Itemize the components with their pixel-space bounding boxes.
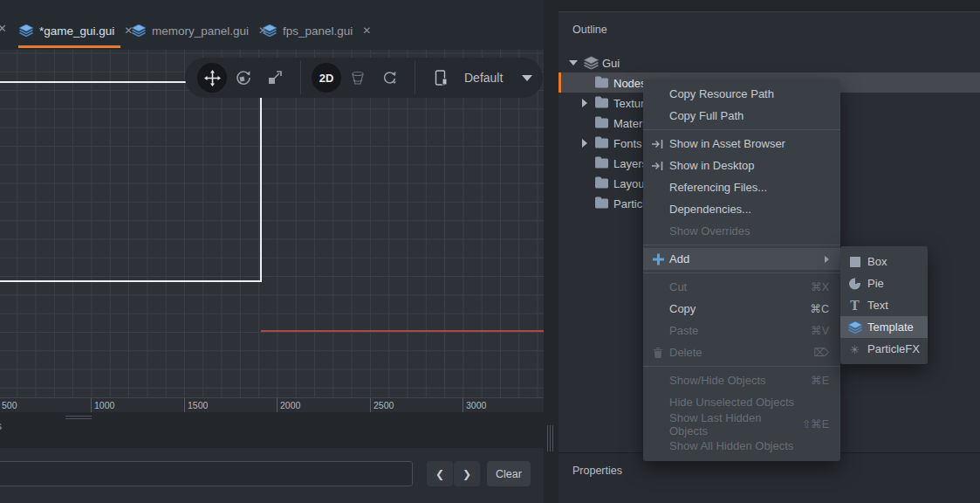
arrow-into-bar-icon: [650, 139, 666, 149]
menu-item-copy-full-path[interactable]: Copy Full Path: [643, 105, 840, 127]
pane-gap: s: [0, 412, 544, 448]
chevron-collapsed-icon[interactable]: [582, 139, 587, 148]
editor-window: ✕ *game_gui.gui ✕ memory_panel.gui ✕: [0, 0, 980, 503]
menu-item-show-last-hidden-objects: Show Last Hidden Objects ⇧⌘E: [643, 413, 840, 435]
template-icon: [584, 56, 599, 69]
clipped-label-fragment: s: [0, 420, 2, 432]
profile-selected-value: Default: [464, 71, 503, 85]
plus-icon: [650, 253, 666, 265]
template-icon: [132, 24, 146, 37]
chevron-left-icon: ❮: [435, 468, 444, 480]
arrow-into-bar-icon: [650, 161, 666, 171]
ruler-label: 500: [2, 400, 17, 410]
device-profile-button[interactable]: [426, 63, 456, 93]
menu-item-paste: Paste ⌘V: [643, 320, 840, 341]
menu-item-show-all-hidden-objects: Show All Hidden Objects: [643, 435, 840, 457]
ruler-tick: [277, 398, 278, 413]
shortcut-label: ⌘V: [811, 324, 829, 337]
box-icon: [847, 257, 862, 267]
horizontal-splitter-handle[interactable]: [65, 416, 92, 421]
scale-tool-button[interactable]: [260, 63, 290, 93]
menu-item-show-in-asset-browser[interactable]: Show in Asset Browser: [643, 133, 840, 155]
reset-view-button[interactable]: [374, 63, 404, 93]
context-menu: Copy Resource Path Copy Full Path Show i…: [643, 79, 840, 461]
tab-memory-panel[interactable]: memory_panel.gui ✕: [132, 17, 267, 44]
tab-label: *game_gui.gui: [39, 24, 114, 38]
template-icon: [263, 24, 277, 37]
frustum-icon: [350, 71, 366, 86]
perspective-button[interactable]: [343, 63, 373, 93]
toolbar-divider: [300, 61, 301, 94]
rotate-tool-icon: [235, 69, 252, 86]
ruler-tick: [370, 398, 371, 413]
chevron-collapsed-icon[interactable]: [582, 99, 587, 107]
menu-item-add[interactable]: Add: [643, 248, 840, 270]
ruler-tick: [91, 398, 92, 413]
tab-game-gui[interactable]: *game_gui.gui ✕: [19, 17, 133, 44]
shortcut-label: ⌘C: [810, 302, 829, 315]
template-icon: [847, 321, 862, 334]
chevron-expanded-icon[interactable]: [569, 60, 578, 65]
menu-item-cut: Cut ⌘X: [643, 276, 840, 298]
ruler-label: 2000: [280, 400, 300, 410]
template-icon: [19, 24, 33, 37]
rotate-tool-button[interactable]: [229, 63, 258, 93]
submenu-item-template[interactable]: Template: [840, 316, 928, 338]
ruler-tick: [463, 398, 463, 413]
viewport-toolbar: 2D: [185, 58, 543, 98]
ruler-label: 1000: [94, 400, 114, 410]
prev-button[interactable]: ❮: [427, 461, 453, 486]
submenu-item-particlefx[interactable]: ✳ ParticleFX: [840, 338, 928, 360]
submenu-arrow-icon: [825, 256, 829, 263]
menu-item-copy-resource-path[interactable]: Copy Resource Path: [643, 83, 840, 105]
clear-button[interactable]: Clear: [487, 461, 531, 486]
active-tab-underline: [18, 45, 120, 48]
tab-label: memory_panel.gui: [152, 24, 249, 38]
folder-icon: [595, 158, 608, 168]
folder-icon: [595, 98, 608, 107]
menu-separator: [643, 272, 840, 273]
tab-close-icon[interactable]: ✕: [362, 24, 371, 37]
menu-item-hide-unselected-objects: Hide Unselected Objects: [643, 391, 840, 413]
tab-fps-panel[interactable]: fps_panel.gui ✕: [263, 17, 371, 44]
tree-item-label: Gui: [602, 56, 620, 69]
ruler-label: 1500: [188, 400, 208, 410]
2d-mode-button[interactable]: 2D: [312, 63, 341, 93]
folder-icon: [595, 178, 608, 188]
menu-separator: [643, 366, 840, 367]
menu-item-show-in-desktop[interactable]: Show in Desktop: [643, 155, 840, 176]
scene-editor: ✕ *game_gui.gui ✕ memory_panel.gui ✕: [0, 0, 544, 503]
submenu-item-pie[interactable]: Pie: [840, 272, 928, 294]
menu-item-referencing-files[interactable]: Referencing Files...: [643, 176, 840, 198]
menu-item-dependencies[interactable]: Dependencies...: [643, 198, 840, 220]
folder-icon: [595, 78, 608, 87]
menu-item-copy[interactable]: Copy ⌘C: [643, 298, 840, 320]
filter-input[interactable]: [0, 461, 413, 486]
rotate-view-icon: [380, 70, 398, 86]
viewport-canvas[interactable]: 2D: [0, 50, 544, 397]
gui-bounds-outline: [0, 81, 262, 282]
shortcut-label: ⌘X: [811, 280, 829, 293]
next-button[interactable]: ❯: [454, 461, 480, 486]
folder-icon: [595, 138, 608, 148]
chevron-down-icon[interactable]: [522, 75, 532, 81]
properties-title: Properties: [572, 465, 622, 477]
tree-item-gui[interactable]: Gui: [559, 52, 980, 72]
vertical-splitter-handle[interactable]: [547, 425, 553, 451]
tree-item-label: Nodes: [613, 76, 647, 89]
horizontal-ruler: 500 1000 1500 2000 2500 3000: [0, 397, 544, 412]
move-tool-button[interactable]: [197, 63, 227, 93]
submenu-item-text[interactable]: T Text: [840, 294, 928, 316]
tab-close-icon[interactable]: ✕: [0, 22, 7, 35]
x-axis-line: [261, 330, 544, 332]
submenu-item-box[interactable]: Box: [840, 251, 928, 272]
ruler-tick: [184, 398, 185, 413]
shortcut-label: ⌘E: [811, 374, 829, 387]
add-submenu: Box Pie T Text Template ✳ ParticleFX: [840, 246, 928, 364]
particlefx-icon: ✳: [847, 343, 862, 355]
text-icon: T: [847, 300, 862, 312]
shortcut-label: ⇧⌘E: [802, 417, 829, 431]
menu-separator: [643, 129, 840, 130]
console-bar: ❮ ❯ Clear: [0, 448, 544, 503]
move-tool-icon: [204, 70, 221, 86]
